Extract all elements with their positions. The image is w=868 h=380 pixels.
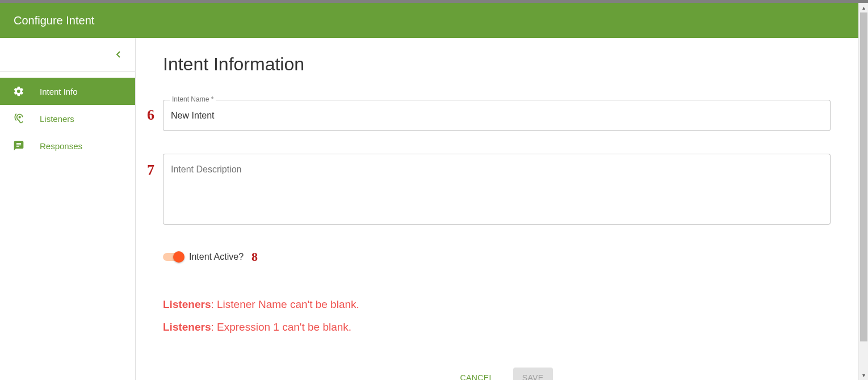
sidebar: Intent Info Listeners Responses [0, 38, 136, 380]
error-line: Listeners: Expression 1 can't be blank. [163, 321, 841, 333]
chat-icon [12, 140, 25, 152]
error-prefix: Listeners [163, 321, 211, 333]
sidebar-item-intent-info[interactable]: Intent Info [0, 78, 135, 105]
toggle-thumb [173, 251, 184, 263]
app-header: Configure Intent [0, 3, 868, 38]
annotation-8: 8 [251, 250, 258, 264]
chevron-left-icon [116, 50, 120, 60]
sidebar-collapse-button[interactable] [0, 38, 135, 72]
sidebar-item-listeners[interactable]: Listeners [0, 105, 135, 132]
error-prefix: Listeners [163, 298, 211, 310]
sidebar-items: Intent Info Listeners Responses [0, 72, 135, 159]
annotation-6: 6 [147, 107, 154, 124]
hearing-icon [12, 112, 25, 125]
vertical-scrollbar[interactable]: ▴ ▾ [858, 3, 868, 380]
intent-active-label: Intent Active? [189, 252, 244, 262]
error-list: Listeners: Listener Name can't be blank.… [163, 298, 841, 333]
page-title: Intent Information [163, 54, 841, 75]
gear-icon [12, 85, 25, 98]
intent-name-field-group: 6 Intent Name * [163, 100, 841, 131]
content-wrap: Intent Info Listeners Responses Intent I… [0, 38, 868, 380]
error-message: : Listener Name can't be blank. [211, 298, 359, 310]
scroll-thumb[interactable] [860, 12, 867, 341]
main-content: Intent Information 6 Intent Name * 7 Int… [136, 38, 868, 380]
sidebar-item-responses[interactable]: Responses [0, 132, 135, 159]
error-message: : Expression 1 can't be blank. [211, 321, 351, 333]
intent-desc-field-group: 7 [163, 154, 841, 227]
sidebar-item-label: Listeners [40, 114, 74, 124]
cancel-button[interactable]: CANCEL [451, 368, 502, 380]
scroll-down-arrow-icon[interactable]: ▾ [859, 370, 868, 380]
intent-active-toggle[interactable] [163, 253, 183, 261]
intent-name-label: Intent Name * [170, 95, 216, 103]
sidebar-item-label: Intent Info [40, 87, 78, 96]
intent-description-input[interactable] [163, 154, 831, 225]
sidebar-item-label: Responses [40, 141, 82, 151]
annotation-7: 7 [147, 162, 154, 179]
intent-active-row: Intent Active? 8 [163, 250, 841, 264]
intent-name-input[interactable] [163, 100, 831, 131]
scroll-up-arrow-icon[interactable]: ▴ [859, 3, 868, 12]
error-line: Listeners: Listener Name can't be blank. [163, 298, 841, 311]
save-button[interactable]: SAVE [513, 368, 553, 380]
action-buttons: CANCEL SAVE [303, 368, 701, 380]
page-title-header: Configure Intent [14, 14, 94, 27]
